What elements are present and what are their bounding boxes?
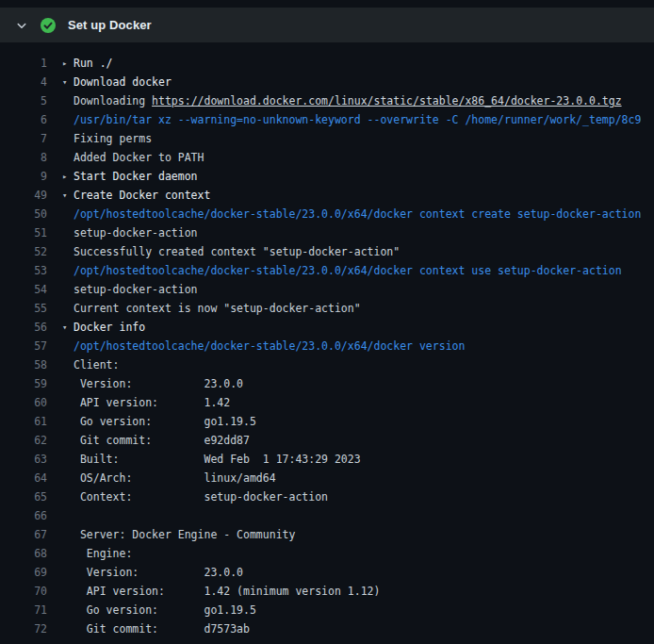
- arrow-spacer: [62, 129, 74, 148]
- line-number[interactable]: 71: [0, 601, 47, 619]
- chevron-down-icon: ▾: [62, 186, 74, 205]
- line-number[interactable]: 53: [0, 261, 47, 280]
- log-text: Docker info: [74, 318, 145, 337]
- log-line: 60 API version: 1.42: [0, 393, 654, 412]
- arrow-spacer: [62, 469, 74, 487]
- log-text: Successfully created context "setup-dock…: [74, 242, 400, 261]
- log-text: Go version: go1.19.5: [74, 601, 256, 619]
- arrow-spacer: [62, 601, 74, 619]
- log-panel: 1▸Run ./4▾Download docker5Downloading ht…: [0, 42, 654, 638]
- chevron-right-icon: ▸: [62, 167, 74, 186]
- log-text: /opt/hostedtoolcache/docker-stable/23.0.…: [74, 337, 465, 355]
- log-link[interactable]: https://download.docker.com/linux/static…: [152, 94, 622, 107]
- log-line: 5Downloading https://download.docker.com…: [0, 91, 654, 110]
- line-number[interactable]: 60: [0, 393, 47, 412]
- arrow-spacer: [62, 223, 74, 242]
- log-text: Go version: go1.19.5: [74, 412, 256, 431]
- line-number[interactable]: 1: [0, 54, 47, 73]
- log-group-header[interactable]: 1▸Run ./: [0, 54, 654, 73]
- log-text: OS/Arch: linux/amd64: [74, 469, 276, 487]
- log-text: Create Docker context: [74, 186, 210, 205]
- arrow-spacer: [62, 619, 74, 638]
- line-number[interactable]: 68: [0, 544, 47, 563]
- arrow-spacer: [62, 280, 74, 299]
- line-number[interactable]: 51: [0, 223, 47, 242]
- log-line: 7Fixing perms: [0, 129, 654, 148]
- log-line: 67 Server: Docker Engine - Community: [0, 525, 654, 544]
- arrow-spacer: [62, 242, 74, 261]
- line-number[interactable]: 62: [0, 431, 47, 450]
- chevron-right-icon: ▸: [62, 54, 74, 73]
- log-text: Engine:: [74, 544, 132, 563]
- log-line: 72 Git commit: d7573ab: [0, 619, 654, 638]
- arrow-spacer: [62, 506, 74, 525]
- line-number[interactable]: 61: [0, 412, 47, 431]
- log-line: 51setup-docker-action: [0, 223, 654, 242]
- line-number[interactable]: 52: [0, 242, 47, 261]
- log-line: 69 Version: 23.0.0: [0, 563, 654, 582]
- log-group-header[interactable]: 56▾Docker info: [0, 318, 654, 337]
- log-text: setup-docker-action: [74, 280, 198, 299]
- log-group-header[interactable]: 9▸Start Docker daemon: [0, 167, 654, 186]
- log-line: 52Successfully created context "setup-do…: [0, 242, 654, 261]
- chevron-down-icon[interactable]: [15, 19, 28, 32]
- line-number[interactable]: 50: [0, 205, 47, 223]
- line-number[interactable]: 65: [0, 487, 47, 506]
- line-number[interactable]: 57: [0, 337, 47, 355]
- line-number[interactable]: 4: [0, 73, 47, 91]
- log-line: 57/opt/hostedtoolcache/docker-stable/23.…: [0, 337, 654, 355]
- line-number[interactable]: 63: [0, 450, 47, 469]
- arrow-spacer: [62, 582, 74, 601]
- line-number[interactable]: 55: [0, 299, 47, 318]
- line-number[interactable]: 9: [0, 167, 47, 186]
- log-text: setup-docker-action: [74, 223, 198, 242]
- line-number[interactable]: 67: [0, 525, 47, 544]
- line-number[interactable]: 59: [0, 374, 47, 393]
- arrow-spacer: [62, 337, 74, 355]
- line-number[interactable]: 49: [0, 186, 47, 205]
- log-text: /opt/hostedtoolcache/docker-stable/23.0.…: [74, 205, 641, 223]
- chevron-down-icon: ▾: [62, 318, 74, 337]
- line-number[interactable]: 8: [0, 148, 47, 167]
- log-lines: 1▸Run ./4▾Download docker5Downloading ht…: [0, 54, 654, 638]
- step-header[interactable]: Set up Docker: [0, 8, 654, 42]
- log-line: 8Added Docker to PATH: [0, 148, 654, 167]
- log-group-header[interactable]: 49▾Create Docker context: [0, 186, 654, 205]
- log-line: 59 Version: 23.0.0: [0, 374, 654, 393]
- line-number[interactable]: 6: [0, 110, 47, 129]
- log-line: 54setup-docker-action: [0, 280, 654, 299]
- log-text: Git commit: e92dd87: [74, 431, 250, 450]
- log-line: 62 Git commit: e92dd87: [0, 431, 654, 450]
- arrow-spacer: [62, 563, 74, 582]
- arrow-spacer: [62, 374, 74, 393]
- log-line: 6/usr/bin/tar xz --warning=no-unknown-ke…: [0, 110, 654, 129]
- log-text: Downloading https://download.docker.com/…: [74, 91, 622, 110]
- step-title: Set up Docker: [68, 18, 152, 32]
- log-line: 50/opt/hostedtoolcache/docker-stable/23.…: [0, 205, 654, 223]
- log-group-header[interactable]: 4▾Download docker: [0, 73, 654, 91]
- arrow-spacer: [62, 91, 74, 110]
- line-number[interactable]: 64: [0, 469, 47, 487]
- log-text: Git commit: d7573ab: [74, 619, 250, 638]
- line-number[interactable]: 7: [0, 129, 47, 148]
- log-line: 61 Go version: go1.19.5: [0, 412, 654, 431]
- line-number[interactable]: 58: [0, 355, 47, 374]
- line-number[interactable]: 54: [0, 280, 47, 299]
- arrow-spacer: [62, 544, 74, 563]
- line-number[interactable]: 66: [0, 506, 47, 525]
- log-line: 70 API version: 1.42 (minimum version 1.…: [0, 582, 654, 601]
- arrow-spacer: [62, 261, 74, 280]
- log-text: Added Docker to PATH: [74, 148, 204, 167]
- log-text: Fixing perms: [74, 129, 152, 148]
- check-circle-icon: [41, 18, 56, 33]
- line-number[interactable]: 72: [0, 619, 47, 638]
- arrow-spacer: [62, 450, 74, 469]
- line-number[interactable]: 5: [0, 91, 47, 110]
- log-line: 58Client:: [0, 355, 654, 374]
- log-line: 63 Built: Wed Feb 1 17:43:29 2023: [0, 450, 654, 469]
- line-number[interactable]: 70: [0, 582, 47, 601]
- line-number[interactable]: 69: [0, 563, 47, 582]
- log-text: API version: 1.42 (minimum version 1.12): [74, 582, 380, 601]
- line-number[interactable]: 56: [0, 318, 47, 337]
- log-line: 65 Context: setup-docker-action: [0, 487, 654, 506]
